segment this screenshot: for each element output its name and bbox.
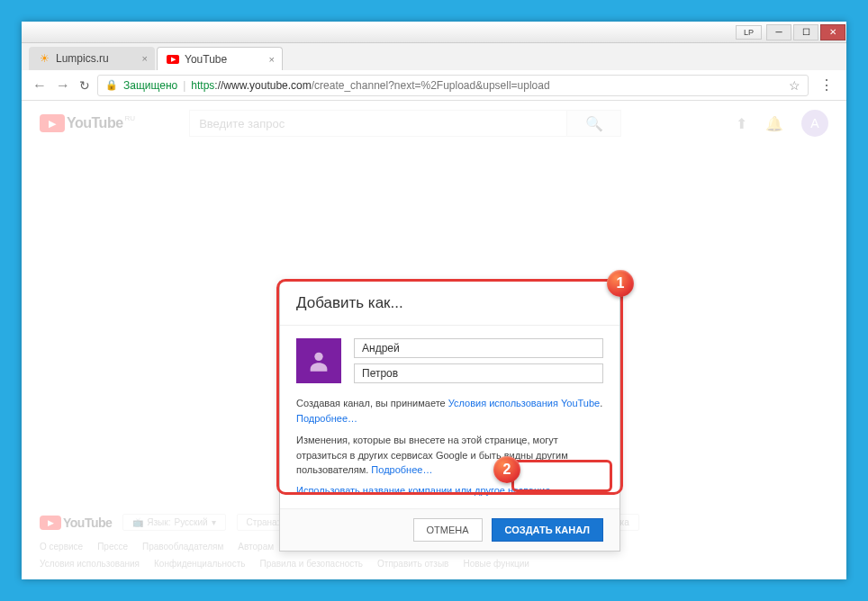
secure-label: Защищено [123, 79, 177, 92]
tab-title: YouTube [185, 53, 227, 66]
terms-more-link[interactable]: Подробнее… [296, 413, 357, 424]
first-name-input[interactable] [354, 338, 603, 358]
person-icon [306, 348, 331, 373]
cancel-button[interactable]: ОТМЕНА [413, 518, 483, 542]
last-name-input[interactable] [354, 363, 603, 383]
sun-icon: ☀ [38, 52, 50, 65]
browser-tab-lumpics[interactable]: ☀ Lumpics.ru × [29, 47, 155, 70]
use-business-name-link[interactable]: Использовать название компании или друго… [296, 485, 603, 496]
close-icon[interactable]: × [142, 53, 148, 64]
profile-picture[interactable] [296, 338, 341, 383]
dialog-body: Создавая канал, вы принимаете Условия ис… [280, 326, 619, 508]
create-channel-button[interactable]: СОЗДАТЬ КАНАЛ [492, 518, 603, 542]
browser-window: LP ─ ☐ ✕ ☀ Lumpics.ru × ▶ YouTube × ← → … [22, 22, 846, 579]
page-content: ▶ YouTube RU 🔍 ⬆ 🔔 A Добавить как... [22, 101, 846, 579]
titlebar-user: LP [736, 25, 762, 40]
terms-text: Создавая канал, вы принимаете Условия ис… [296, 396, 603, 426]
dialog-title: Добавить как... [280, 282, 619, 326]
tab-title: Lumpics.ru [56, 52, 109, 65]
forward-button[interactable]: → [54, 76, 72, 95]
name-inputs [354, 338, 603, 383]
svg-point-0 [314, 353, 322, 361]
bookmark-star-icon[interactable]: ☆ [789, 78, 800, 93]
changes-more-link[interactable]: Подробнее… [371, 464, 432, 475]
close-icon[interactable]: × [269, 54, 275, 65]
create-channel-dialog: Добавить как... Создавая канал, вы прини… [279, 281, 620, 552]
reload-button[interactable]: ↻ [79, 78, 90, 93]
terms-link[interactable]: Условия использования YouTube [448, 398, 600, 408]
window-titlebar: LP ─ ☐ ✕ [22, 22, 846, 43]
annotation-badge-1: 1 [607, 270, 634, 297]
window-close-button[interactable]: ✕ [820, 24, 845, 40]
dialog-footer: ОТМЕНА СОЗДАТЬ КАНАЛ [280, 508, 619, 551]
youtube-icon: ▶ [167, 53, 179, 66]
tabs-row: ☀ Lumpics.ru × ▶ YouTube × [22, 43, 846, 70]
profile-row [296, 338, 603, 383]
maximize-button[interactable]: ☐ [793, 24, 818, 40]
lock-icon: 🔒 [105, 79, 118, 91]
annotation-badge-2: 2 [493, 456, 520, 483]
address-bar: ← → ↻ 🔒 Защищено | https://www.youtube.c… [22, 70, 846, 101]
chrome-menu-icon[interactable]: ⋮ [816, 76, 837, 94]
nav-arrows: ← → [31, 76, 72, 95]
browser-tab-youtube[interactable]: ▶ YouTube × [157, 47, 283, 70]
minimize-button[interactable]: ─ [766, 24, 791, 40]
changes-text: Изменения, которые вы внесете на этой ст… [296, 433, 603, 478]
url-bar[interactable]: 🔒 Защищено | https://www.youtube.com/cre… [97, 75, 809, 96]
back-button[interactable]: ← [31, 76, 49, 95]
url-text: https://www.youtube.com/create_channel?n… [191, 79, 549, 92]
